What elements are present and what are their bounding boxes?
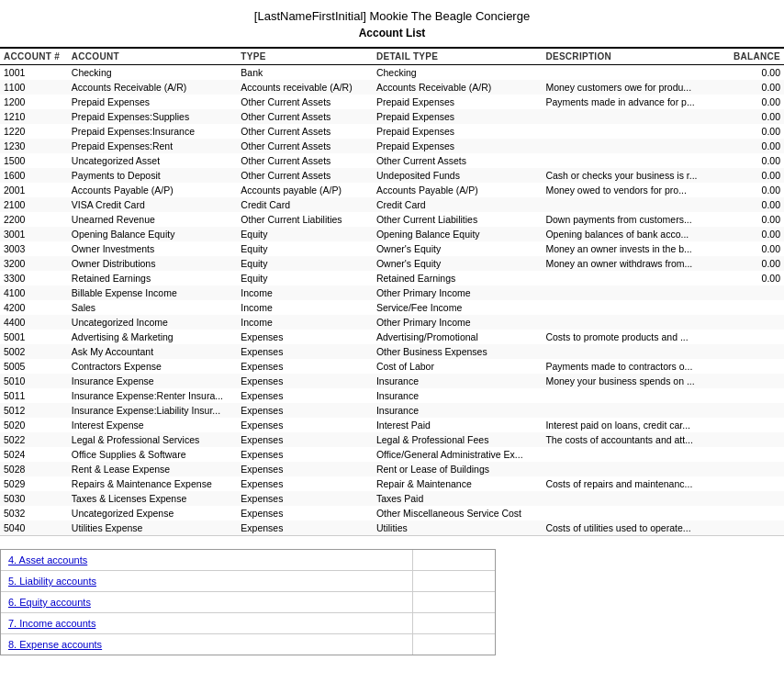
summary-label[interactable]: 7. Income accounts <box>1 614 412 632</box>
summary-value <box>412 571 495 591</box>
cell-acct-num: 2100 <box>0 197 68 212</box>
cell-account: VISA Credit Card <box>68 197 238 212</box>
cell-type: Expenses <box>237 520 373 536</box>
cell-account: Rent & Lease Expense <box>68 462 238 476</box>
cell-desc <box>542 285 721 300</box>
table-row: 2001 Accounts Payable (A/P) Accounts pay… <box>0 183 784 197</box>
cell-detail: Rent or Lease of Buildings <box>373 462 543 476</box>
summary-label[interactable]: 8. Expense accounts <box>1 635 412 654</box>
cell-desc: The costs of accountants and att... <box>542 432 721 447</box>
cell-account: Contractors Expense <box>68 359 238 374</box>
cell-type: Expenses <box>237 447 373 462</box>
cell-detail: Other Business Expenses <box>373 344 543 359</box>
cell-account: Interest Expense <box>68 418 238 432</box>
cell-type: Expenses <box>237 359 373 374</box>
summary-row: 4. Asset accounts <box>1 550 495 571</box>
cell-detail: Other Current Liabilities <box>373 212 543 227</box>
cell-balance: 0.00 <box>721 212 784 227</box>
cell-desc: Interest paid on loans, credit car... <box>542 418 721 432</box>
cell-desc <box>542 197 721 212</box>
cell-acct-num: 4200 <box>0 300 68 315</box>
cell-acct-num: 1210 <box>0 109 68 124</box>
summary-label[interactable]: 4. Asset accounts <box>1 551 412 569</box>
cell-desc <box>542 447 721 462</box>
cell-account: Unearned Revenue <box>68 212 238 227</box>
cell-account: Payments to Deposit <box>68 168 238 183</box>
table-row: 1600 Payments to Deposit Other Current A… <box>0 168 784 183</box>
table-row: 5022 Legal & Professional Services Expen… <box>0 432 784 447</box>
cell-desc <box>542 315 721 330</box>
cell-detail: Office/General Administrative Ex... <box>373 447 543 462</box>
cell-type: Other Current Assets <box>237 153 373 168</box>
cell-detail: Owner's Equity <box>373 256 543 271</box>
table-row: 5040 Utilities Expense Expenses Utilitie… <box>0 520 784 536</box>
cell-balance: 0.00 <box>721 227 784 241</box>
cell-balance: 0.00 <box>721 241 784 256</box>
cell-account: Accounts Receivable (A/R) <box>68 80 238 95</box>
cell-detail: Repair & Maintenance <box>373 476 543 491</box>
cell-type: Equity <box>237 271 373 285</box>
cell-detail: Accounts Payable (A/P) <box>373 183 543 197</box>
cell-balance <box>721 462 784 476</box>
cell-acct-num: 5040 <box>0 520 68 536</box>
col-header-desc: Description <box>542 48 721 65</box>
cell-balance <box>721 491 784 506</box>
cell-acct-num: 3300 <box>0 271 68 285</box>
cell-account: Insurance Expense:Renter Insura... <box>68 388 238 403</box>
cell-balance <box>721 359 784 374</box>
table-row: 2200 Unearned Revenue Other Current Liab… <box>0 212 784 227</box>
cell-balance: 0.00 <box>721 271 784 285</box>
cell-type: Income <box>237 315 373 330</box>
cell-balance: 0.00 <box>721 109 784 124</box>
cell-account: Repairs & Maintenance Expense <box>68 476 238 491</box>
cell-balance <box>721 432 784 447</box>
cell-desc: Down payments from customers... <box>542 212 721 227</box>
summary-value <box>412 592 495 612</box>
table-row: 1500 Uncategorized Asset Other Current A… <box>0 153 784 168</box>
cell-acct-num: 2001 <box>0 183 68 197</box>
cell-desc <box>542 271 721 285</box>
cell-acct-num: 5032 <box>0 506 68 520</box>
cell-type: Bank <box>237 65 373 81</box>
cell-type: Expenses <box>237 330 373 344</box>
account-table: Account # Account Type Detail Type Descr… <box>0 47 784 536</box>
table-row: 3001 Opening Balance Equity Equity Openi… <box>0 227 784 241</box>
cell-detail: Interest Paid <box>373 418 543 432</box>
cell-acct-num: 3200 <box>0 256 68 271</box>
cell-balance <box>721 374 784 388</box>
cell-account: Sales <box>68 300 238 315</box>
cell-detail: Other Current Assets <box>373 153 543 168</box>
table-row: 5024 Office Supplies & Software Expenses… <box>0 447 784 462</box>
cell-account: Utilities Expense <box>68 520 238 536</box>
summary-label[interactable]: 6. Equity accounts <box>1 593 412 611</box>
cell-type: Other Current Assets <box>237 168 373 183</box>
cell-desc <box>542 65 721 81</box>
cell-account: Uncategorized Asset <box>68 153 238 168</box>
col-header-type: Type <box>237 48 373 65</box>
cell-type: Expenses <box>237 388 373 403</box>
table-row: 3300 Retained Earnings Equity Retained E… <box>0 271 784 285</box>
cell-acct-num: 1600 <box>0 168 68 183</box>
cell-desc <box>542 491 721 506</box>
cell-desc <box>542 300 721 315</box>
summary-label[interactable]: 5. Liability accounts <box>1 572 412 590</box>
cell-account: Uncategorized Income <box>68 315 238 330</box>
cell-type: Expenses <box>237 344 373 359</box>
cell-detail: Insurance <box>373 388 543 403</box>
cell-desc <box>542 153 721 168</box>
cell-desc: Costs of utilities used to operate... <box>542 520 721 536</box>
cell-desc: Opening balances of bank acco... <box>542 227 721 241</box>
cell-desc: Payments made in advance for p... <box>542 95 721 109</box>
cell-balance: 0.00 <box>721 80 784 95</box>
cell-acct-num: 5005 <box>0 359 68 374</box>
table-row: 4400 Uncategorized Income Income Other P… <box>0 315 784 330</box>
cell-detail: Prepaid Expenses <box>373 139 543 153</box>
cell-detail: Service/Fee Income <box>373 300 543 315</box>
col-header-acct: Account # <box>0 48 68 65</box>
table-row: 1220 Prepaid Expenses:Insurance Other Cu… <box>0 124 784 139</box>
cell-account: Retained Earnings <box>68 271 238 285</box>
table-row: 5012 Insurance Expense:Liability Insur..… <box>0 403 784 418</box>
cell-desc: Money an owner invests in the b... <box>542 241 721 256</box>
table-row: 5029 Repairs & Maintenance Expense Expen… <box>0 476 784 491</box>
cell-desc <box>542 403 721 418</box>
